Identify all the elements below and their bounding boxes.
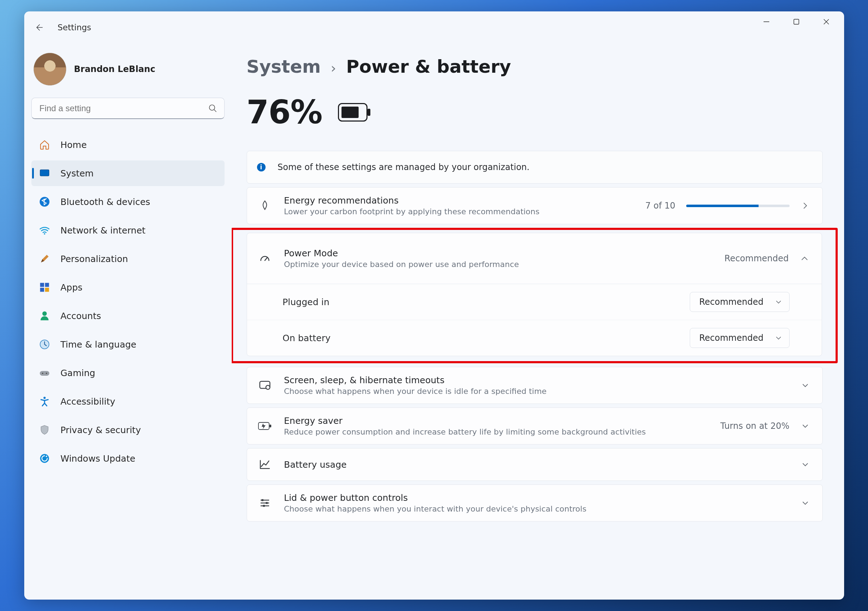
energy-saver-row[interactable]: Energy saver Reduce power consumption an… bbox=[246, 408, 823, 445]
row-title: Battery usage bbox=[284, 459, 800, 470]
chevron-down-icon bbox=[800, 459, 810, 470]
wifi-icon bbox=[39, 224, 51, 236]
sidebar-item-personalization[interactable]: Personalization bbox=[31, 246, 225, 271]
update-icon bbox=[39, 452, 51, 464]
org-managed-banner: i Some of these settings are managed by … bbox=[246, 151, 823, 184]
on-battery-value: Recommended bbox=[699, 333, 764, 343]
page-title: Power & battery bbox=[346, 56, 511, 77]
row-desc: Reduce power consumption and increase ba… bbox=[284, 427, 721, 436]
screen-sleep-row[interactable]: Screen, sleep, & hibernate timeouts Choo… bbox=[246, 367, 823, 404]
main-content: System › Power & battery 76% i Some of t… bbox=[232, 43, 844, 600]
shield-icon bbox=[39, 424, 51, 436]
sidebar-item-home[interactable]: Home bbox=[31, 132, 225, 158]
battery-icon bbox=[338, 103, 371, 122]
gamepad-icon bbox=[39, 367, 51, 379]
highlight-power-mode: Power Mode Optimize your device based on… bbox=[232, 228, 838, 363]
svg-rect-25 bbox=[270, 425, 271, 427]
maximize-button[interactable] bbox=[781, 11, 811, 32]
sidebar-item-privacy[interactable]: Privacy & security bbox=[31, 417, 225, 443]
account-block[interactable]: Brandon LeBlanc bbox=[31, 48, 225, 98]
gauge-icon bbox=[257, 251, 273, 266]
battery-status: 76% bbox=[246, 93, 823, 131]
bluetooth-icon bbox=[39, 196, 51, 208]
back-button[interactable] bbox=[34, 22, 45, 33]
sidebar-item-update[interactable]: Windows Update bbox=[31, 446, 225, 471]
svg-rect-14 bbox=[40, 371, 49, 376]
sidebar-item-label: Apps bbox=[60, 282, 83, 293]
sidebar-item-label: Privacy & security bbox=[60, 425, 141, 435]
battery-usage-row[interactable]: Battery usage bbox=[246, 448, 823, 481]
title-bar: Settings bbox=[24, 11, 844, 43]
lid-controls-row[interactable]: Lid & power button controls Choose what … bbox=[246, 484, 823, 521]
row-title: Energy saver bbox=[284, 416, 721, 426]
plugged-in-label: Plugged in bbox=[283, 297, 330, 307]
sidebar-item-accounts[interactable]: Accounts bbox=[31, 303, 225, 329]
breadcrumb: System › Power & battery bbox=[246, 56, 823, 77]
chevron-up-icon bbox=[800, 253, 809, 264]
person-icon bbox=[39, 310, 51, 322]
sidebar-item-label: Accounts bbox=[60, 311, 101, 321]
on-battery-label: On battery bbox=[283, 333, 331, 343]
chevron-down-icon bbox=[775, 334, 782, 341]
row-title: Lid & power button controls bbox=[284, 493, 800, 503]
svg-line-3 bbox=[214, 109, 216, 112]
sidebar-item-network[interactable]: Network & internet bbox=[31, 217, 225, 243]
svg-rect-10 bbox=[40, 288, 44, 292]
apps-icon bbox=[39, 281, 51, 293]
power-mode-row: Power Mode Optimize your device based on… bbox=[246, 233, 822, 356]
window-controls bbox=[752, 11, 841, 32]
chart-icon bbox=[257, 457, 273, 472]
sidebar-item-label: Windows Update bbox=[60, 453, 135, 464]
chevron-down-icon bbox=[775, 298, 782, 306]
chevron-right-icon bbox=[800, 201, 810, 211]
svg-point-7 bbox=[44, 233, 45, 234]
sidebar-item-label: Home bbox=[60, 140, 87, 150]
power-mode-summary: Recommended bbox=[724, 253, 789, 264]
power-mode-header[interactable]: Power Mode Optimize your device based on… bbox=[247, 233, 822, 284]
minimize-button[interactable] bbox=[752, 11, 781, 32]
svg-point-23 bbox=[265, 385, 270, 389]
info-icon: i bbox=[257, 163, 265, 171]
info-text: Some of these settings are managed by yo… bbox=[278, 162, 530, 172]
close-icon bbox=[823, 18, 830, 25]
svg-rect-1 bbox=[794, 19, 799, 24]
sidebar-item-bluetooth[interactable]: Bluetooth & devices bbox=[31, 189, 225, 215]
breadcrumb-root[interactable]: System bbox=[246, 56, 321, 77]
plugged-in-row: Plugged in Recommended bbox=[247, 284, 822, 320]
sidebar-item-time[interactable]: Time & language bbox=[31, 332, 225, 357]
energy-progress bbox=[686, 205, 790, 207]
svg-point-15 bbox=[42, 373, 43, 374]
svg-point-17 bbox=[43, 397, 45, 399]
settings-window: Settings Brandon LeBlanc bbox=[24, 11, 844, 600]
sidebar-item-accessibility[interactable]: Accessibility bbox=[31, 389, 225, 414]
svg-rect-11 bbox=[45, 288, 49, 292]
sidebar-item-label: System bbox=[60, 168, 94, 178]
svg-rect-26 bbox=[261, 499, 263, 501]
row-desc: Choose what happens when your device is … bbox=[284, 387, 800, 396]
search-box bbox=[31, 98, 225, 119]
account-name: Brandon LeBlanc bbox=[74, 64, 155, 74]
sidebar-item-system[interactable]: System bbox=[31, 160, 225, 186]
row-desc: Lower your carbon footprint by applying … bbox=[284, 207, 646, 216]
search-input[interactable] bbox=[31, 98, 225, 119]
energy-saver-summary: Turns on at 20% bbox=[721, 421, 790, 431]
close-button[interactable] bbox=[811, 11, 841, 32]
chevron-right-icon: › bbox=[331, 60, 336, 76]
plugged-in-dropdown[interactable]: Recommended bbox=[690, 292, 790, 312]
sidebar: Brandon LeBlanc Home System bbox=[24, 43, 232, 600]
sidebar-item-label: Bluetooth & devices bbox=[60, 197, 150, 207]
sidebar-item-label: Network & internet bbox=[60, 225, 146, 236]
home-icon bbox=[39, 139, 51, 151]
svg-rect-27 bbox=[265, 502, 267, 504]
sidebar-item-gaming[interactable]: Gaming bbox=[31, 360, 225, 386]
maximize-icon bbox=[793, 19, 800, 25]
window-title: Settings bbox=[58, 23, 91, 32]
energy-recommendations-row[interactable]: Energy recommendations Lower your carbon… bbox=[246, 187, 823, 224]
back-arrow-icon bbox=[35, 23, 44, 32]
on-battery-dropdown[interactable]: Recommended bbox=[690, 328, 790, 348]
svg-rect-28 bbox=[263, 505, 265, 507]
plugged-in-value: Recommended bbox=[699, 297, 764, 307]
sidebar-item-apps[interactable]: Apps bbox=[31, 274, 225, 300]
energy-score: 7 of 10 bbox=[645, 201, 675, 211]
chevron-down-icon bbox=[800, 421, 810, 431]
